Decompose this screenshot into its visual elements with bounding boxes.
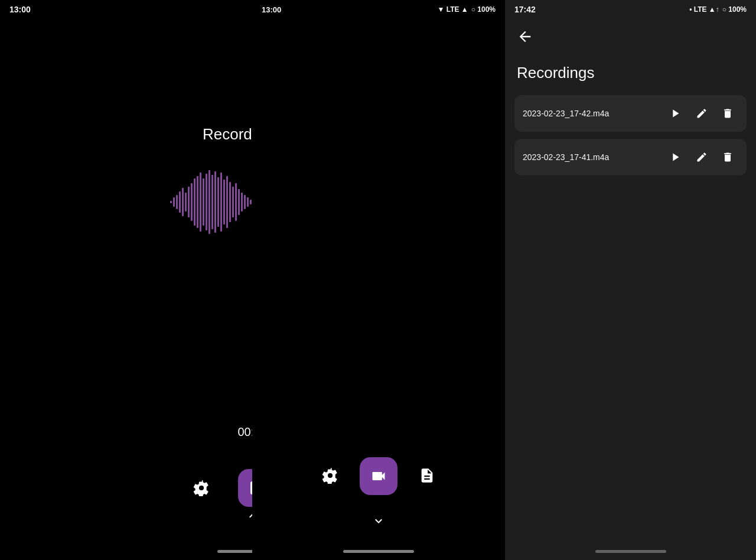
status-icons-right: • LTE ▲↑ ○ 100% [689, 5, 747, 14]
settings-button[interactable] [188, 475, 214, 501]
home-indicator-2 [252, 542, 505, 560]
recording-item-2[interactable]: 2023-02-23_17-41.m4a [514, 139, 747, 175]
svg-rect-26 [247, 197, 249, 207]
battery-2: ○ 100% [471, 5, 496, 14]
play-button-2[interactable] [664, 148, 686, 166]
recording-item-1[interactable]: 2023-02-23_17-42.m4a [514, 95, 747, 132]
delete-button-2[interactable] [717, 149, 738, 165]
delete-button-1[interactable] [717, 105, 738, 122]
home-indicator-right [505, 542, 756, 560]
svg-rect-5 [185, 193, 187, 211]
video-gear-icon [322, 467, 338, 484]
gear-icon [193, 480, 210, 496]
audio-recording-screen: 13:00 ▼ LTE ▲ ○ 100% Record screen [0, 0, 505, 560]
svg-rect-3 [179, 191, 181, 213]
edit-icon-1 [696, 108, 708, 119]
back-arrow-icon [517, 28, 533, 45]
trash-icon-1 [722, 108, 734, 119]
svg-rect-18 [223, 180, 225, 224]
svg-rect-22 [235, 183, 237, 221]
svg-rect-17 [220, 172, 222, 232]
battery-right: ○ 100% [722, 5, 747, 14]
svg-rect-4 [182, 188, 184, 216]
recording-actions-1 [664, 105, 738, 122]
play-icon-1 [669, 107, 682, 120]
edit-icon-2 [696, 151, 708, 163]
edit-button-2[interactable] [691, 149, 712, 165]
svg-rect-9 [197, 176, 198, 228]
svg-rect-21 [232, 187, 234, 217]
edit-button-1[interactable] [691, 105, 712, 122]
recordings-panel: 17:42 • LTE ▲↑ ○ 100% Recordings 2023-02… [505, 0, 756, 560]
recordings-list-button[interactable] [419, 467, 435, 486]
svg-rect-27 [250, 200, 252, 204]
play-button-1[interactable] [664, 105, 686, 122]
svg-rect-19 [226, 176, 228, 228]
recording-name-1: 2023-02-23_17-42.m4a [523, 109, 664, 118]
time-right: 17:42 [514, 5, 536, 14]
svg-rect-1 [173, 197, 175, 207]
signal-dot: • LTE ▲↑ [689, 5, 719, 14]
recording-actions-2 [664, 148, 738, 166]
signal-2: ▼ LTE ▲ [438, 5, 468, 14]
svg-rect-14 [211, 175, 213, 229]
status-icons-2: ▼ LTE ▲ ○ 100% [438, 5, 496, 14]
right-header [505, 19, 756, 52]
back-button[interactable] [517, 28, 533, 45]
svg-rect-6 [188, 187, 190, 217]
time-2: 13:00 [262, 5, 281, 14]
recordings-title: Recordings [505, 52, 756, 92]
time-left: 13:00 [9, 5, 31, 14]
file-icon [419, 467, 435, 484]
svg-rect-12 [206, 174, 207, 230]
recording-name-2: 2023-02-23_17-41.m4a [523, 152, 664, 162]
trash-icon-2 [722, 151, 734, 163]
video-spacer [252, 19, 505, 457]
svg-rect-24 [241, 193, 243, 211]
camera-icon [370, 468, 387, 484]
chevron-down-container [372, 514, 386, 530]
svg-rect-11 [203, 178, 204, 226]
camera-record-button[interactable] [360, 457, 397, 495]
play-icon-2 [669, 151, 682, 164]
video-settings-button[interactable] [322, 467, 338, 486]
svg-rect-13 [208, 170, 210, 234]
svg-rect-20 [229, 182, 231, 222]
svg-rect-8 [194, 178, 195, 226]
status-bar-right: 17:42 • LTE ▲↑ ○ 100% [505, 0, 756, 19]
svg-rect-23 [238, 189, 240, 215]
svg-rect-7 [191, 183, 193, 221]
svg-rect-10 [200, 172, 201, 232]
svg-rect-25 [244, 195, 246, 209]
chevron-down-button[interactable] [372, 514, 386, 530]
video-recording-screen: 13:00 ▼ LTE ▲ ○ 100% [252, 0, 505, 560]
svg-rect-0 [170, 201, 172, 203]
svg-rect-15 [214, 171, 216, 233]
svg-rect-16 [217, 177, 219, 227]
status-bar-2: 13:00 ▼ LTE ▲ ○ 100% [252, 0, 505, 19]
chevron-down-icon [372, 514, 386, 528]
svg-rect-2 [176, 195, 178, 209]
